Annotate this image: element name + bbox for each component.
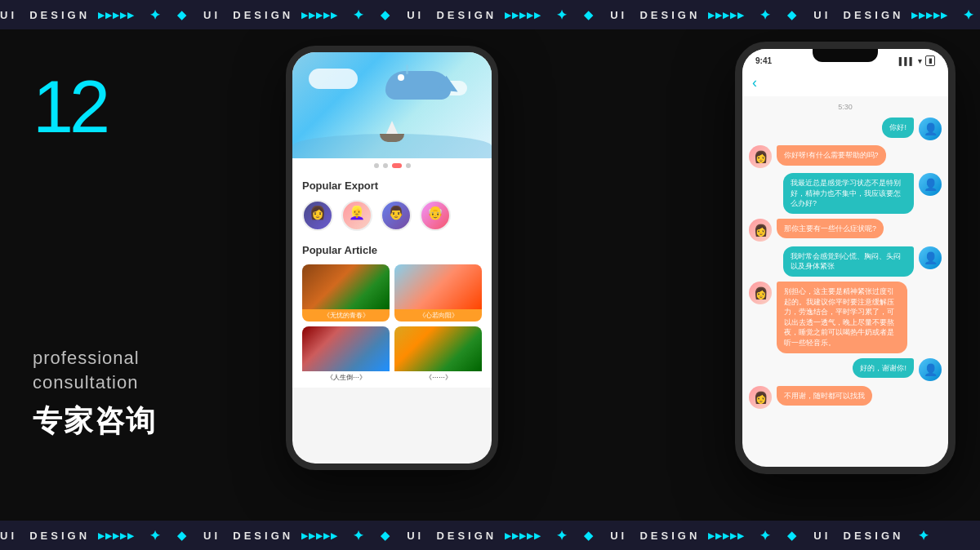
ticker-diamond-icon: ✦ <box>918 528 931 543</box>
ticker-text: UI DESIGN <box>0 530 90 542</box>
ticker-text: UI DESIGN <box>610 9 700 21</box>
avatar-4[interactable]: 👴 <box>420 200 451 231</box>
user-avatar-face-4: 👤 <box>919 358 942 381</box>
msg-avatar-right-4: 👤 <box>919 358 942 381</box>
ticker-text: UI DESIGN <box>610 530 700 542</box>
article-card-2[interactable]: 《心若向阳》 <box>394 264 482 322</box>
ticker-arrow-icon: ▶▶▶▶▶ <box>505 531 541 540</box>
avatar-face-4: 👴 <box>421 202 449 224</box>
slide-number: 12 <box>33 70 212 144</box>
ticker-item: UI DESIGN <box>813 530 903 542</box>
dot <box>374 163 379 168</box>
avatar-2[interactable]: 👱‍♀️ <box>341 200 372 231</box>
ticker-item: UI DESIGN ▶▶▶▶▶ <box>203 9 338 21</box>
user-avatar-face-3: 👤 <box>919 246 942 269</box>
phone-1-screen: Popular Export 👩 👱‍♀️ 👨 👴 <box>292 52 492 464</box>
avatar-face-3: 👨 <box>382 202 410 224</box>
msg-row-8: 👩 不用谢，随时都可以找我 <box>749 386 942 409</box>
ticker-item: UI DESIGN ▶▶▶▶▶ <box>407 530 541 542</box>
ticker-diamond-icon: ✦ <box>149 7 163 23</box>
msg-row-3: 👤 我最近总是感觉学习状态不是特别好，精神力也不集中，我应该要怎么办好? <box>749 173 942 214</box>
status-icons: ▌▌▌ ▾ ▮ <box>899 55 935 66</box>
msg-bubble-5: 我时常会感觉到心慌、胸闷、头闷以及身体紧张 <box>783 246 914 277</box>
msg-avatar-right-3: 👤 <box>919 246 942 269</box>
article-image-3 <box>302 326 390 371</box>
msg-bubble-4: 那你主要有一些什么症状呢? <box>777 219 884 239</box>
phone-header-image <box>292 52 492 158</box>
assistant-avatar-face-2: 👩 <box>749 219 772 242</box>
messages-area: 👤 你好! 👩 你好呀!有什么需要帮助的吗? 👤 <box>742 118 948 467</box>
article-card-3[interactable]: 《人生倒⋯》 <box>302 326 390 384</box>
article-label-4: 《⋯⋯》 <box>394 371 482 384</box>
ticker-text: UI DESIGN <box>813 530 903 542</box>
msg-avatar-right-2: 👤 <box>919 173 942 196</box>
ticker-text: UI DESIGN <box>407 9 497 21</box>
msg-bubble-7: 好的，谢谢你! <box>853 358 914 379</box>
ticker-item: UI DESIGN ▶▶▶▶▶ <box>0 9 135 21</box>
cloud-1 <box>309 69 358 89</box>
ticker-item: UI DESIGN ▶▶▶▶▶ <box>813 9 948 21</box>
ticker-diamond-icon: ✦ <box>556 7 569 23</box>
back-arrow-icon[interactable]: ‹ <box>752 74 757 91</box>
whale-scene <box>292 52 492 158</box>
battery-icon: ▮ <box>925 55 935 66</box>
article-label-1: 《无忧的青春》 <box>302 309 390 322</box>
phone-1: Popular Export 👩 👱‍♀️ 👨 👴 <box>286 46 498 470</box>
ticker-arrow-icon: ▶▶▶▶▶ <box>708 531 745 540</box>
article-image-2 <box>394 264 482 309</box>
ticker-diamond-icon: ✦ <box>149 528 163 543</box>
signal-icon: ▌▌▌ <box>899 57 915 65</box>
ticker-arrow-icon: ▶▶▶▶▶ <box>505 11 541 20</box>
notch <box>813 49 878 62</box>
ticker-item: UI DESIGN ▶▶▶▶▶ <box>203 530 338 542</box>
article-label-2: 《心若向阳》 <box>394 309 482 322</box>
avatar-1[interactable]: 👩 <box>302 200 333 231</box>
user-avatar-face: 👤 <box>919 118 942 140</box>
article-card-1[interactable]: 《无忧的青春》 <box>302 264 390 322</box>
articles-grid: 《无忧的青春》 《心若向阳》 《人生倒⋯》 《⋯⋯》 <box>292 260 492 388</box>
ticker-diamond-icon: ✦ <box>353 7 366 23</box>
assistant-avatar-face-3: 👩 <box>749 282 772 304</box>
main-content: 12 professional consultation 专家咨询 <box>0 29 980 521</box>
msg-bubble-6: 别担心，这主要是精神紧张过度引起的。我建议你平时要注意缓解压力，劳逸结合，平时学… <box>777 282 907 353</box>
msg-bubble-1: 你好! <box>882 118 914 138</box>
text-chinese: 专家咨询 <box>33 401 212 441</box>
ticker-item: UI DESIGN ▶▶▶▶▶ <box>0 530 135 542</box>
msg-avatar-right-1: 👤 <box>919 118 942 140</box>
assistant-avatar-face: 👩 <box>749 145 772 168</box>
avatar-face-1: 👩 <box>304 202 332 224</box>
msg-avatar-left-3: 👩 <box>749 282 772 304</box>
ticker-item: UI DESIGN ▶▶▶▶▶ <box>610 9 745 21</box>
ticker-text: UI DESIGN <box>203 530 293 542</box>
article-card-4[interactable]: 《⋯⋯》 <box>394 326 482 384</box>
ticker-text: UI DESIGN <box>407 530 497 542</box>
avatars-row: 👩 👱‍♀️ 👨 👴 <box>292 196 492 237</box>
popular-export-title: Popular Export <box>292 173 492 196</box>
ticker-arrow-icon: ▶▶▶▶▶ <box>708 11 745 20</box>
ticker-content-top: UI DESIGN ▶▶▶▶▶ ✦ ◆ UI DESIGN ▶▶▶▶▶ ✦ ◆ … <box>0 7 976 23</box>
msg-row-1: 👤 你好! <box>749 118 942 140</box>
article-image-4 <box>394 326 482 371</box>
msg-row-7: 👤 好的，谢谢你! <box>749 358 942 381</box>
ticker-dot-icon: ◆ <box>177 529 189 542</box>
ticker-content-bottom: UI DESIGN ▶▶▶▶▶ ✦ ◆ UI DESIGN ▶▶▶▶▶ ✦ ◆ … <box>0 528 931 543</box>
chat-time: 5:30 <box>742 96 948 118</box>
ticker-diamond-icon: ✦ <box>353 528 366 543</box>
top-ticker-bar: UI DESIGN ▶▶▶▶▶ ✦ ◆ UI DESIGN ▶▶▶▶▶ ✦ ◆ … <box>0 0 980 29</box>
ticker-text: UI DESIGN <box>813 9 903 21</box>
ticker-diamond-icon: ✦ <box>556 528 569 543</box>
phones-area: Popular Export 👩 👱‍♀️ 👨 👴 <box>245 29 980 521</box>
ticker-arrow-icon: ▶▶▶▶▶ <box>98 531 135 540</box>
assistant-avatar-face-4: 👩 <box>749 386 772 409</box>
popular-article-title: Popular Article <box>292 237 492 260</box>
avatar-3[interactable]: 👨 <box>381 200 412 231</box>
phone-2-screen: 9:41 ▌▌▌ ▾ ▮ ‹ 5:30 <box>742 49 948 467</box>
article-image-1 <box>302 264 390 309</box>
dot <box>383 163 388 168</box>
ticker-arrow-icon: ▶▶▶▶▶ <box>911 11 948 20</box>
text-professional: professional <box>33 348 212 369</box>
msg-avatar-left-2: 👩 <box>749 219 772 242</box>
text-consultation: consultation <box>33 372 212 393</box>
ticker-diamond-icon: ✦ <box>963 7 976 23</box>
article-label-3: 《人生倒⋯》 <box>302 371 390 384</box>
